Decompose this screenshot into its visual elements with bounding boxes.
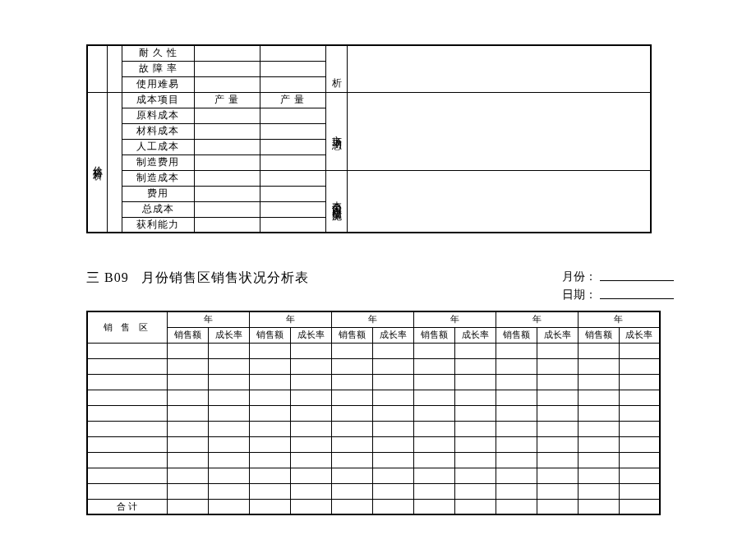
val-cell bbox=[260, 45, 325, 61]
sales-header: 销售额 bbox=[249, 327, 290, 343]
year-header-3: 年 bbox=[331, 311, 413, 327]
row-label: 使用难易 bbox=[122, 76, 194, 92]
cost-row-label: 人工成本 bbox=[122, 139, 194, 155]
price-analysis-label: 价格分析 bbox=[87, 92, 107, 233]
year-header-6: 年 bbox=[578, 311, 660, 327]
title-prefix: 三 B09 bbox=[86, 270, 129, 284]
cost-header-item: 成本项目 bbox=[122, 92, 194, 108]
title-row: 三 B09 月份销售区销售状况分析表 月份： 日期： bbox=[86, 270, 674, 287]
month-blank bbox=[600, 268, 674, 281]
cost-row-label: 材料成本 bbox=[122, 123, 194, 139]
row-label: 耐 久 性 bbox=[122, 45, 194, 61]
cost-row-label: 获利能力 bbox=[122, 217, 194, 233]
table-row bbox=[87, 452, 167, 468]
val-cell bbox=[260, 76, 325, 92]
year-header-2: 年 bbox=[249, 311, 331, 327]
table-row bbox=[87, 390, 167, 405]
table-row bbox=[87, 436, 167, 452]
blank-col bbox=[107, 92, 122, 233]
growth-header: 成长率 bbox=[537, 327, 578, 343]
table-row bbox=[87, 358, 167, 374]
sales-header: 销售额 bbox=[578, 327, 619, 343]
title-main: 月份销售区销售状况分析表 bbox=[141, 270, 309, 284]
sales-header: 销售额 bbox=[496, 327, 537, 343]
month-label: 月份： bbox=[562, 268, 597, 286]
top-left-vertical bbox=[87, 45, 107, 92]
region-header: 销 售 区 bbox=[87, 311, 167, 343]
val-cell bbox=[260, 61, 325, 76]
table-row bbox=[87, 483, 167, 499]
row-label: 故 障 率 bbox=[122, 61, 194, 76]
year-header-4: 年 bbox=[413, 311, 496, 327]
wide-cell bbox=[347, 45, 651, 92]
cost-row-label: 制造费用 bbox=[122, 155, 194, 170]
table-row bbox=[87, 405, 167, 421]
analysis-table-top: 耐 久 性 析 故 障 率 使用难易 价格分析 成本项目 产 量 产 量 市场动… bbox=[86, 44, 652, 233]
val-cell bbox=[194, 45, 260, 61]
sales-header: 销售额 bbox=[331, 327, 372, 343]
growth-header: 成长率 bbox=[372, 327, 413, 343]
val-cell bbox=[194, 61, 260, 76]
growth-header: 成长率 bbox=[290, 327, 331, 343]
sales-header: 销售额 bbox=[413, 327, 454, 343]
sales-header: 销售额 bbox=[167, 327, 208, 343]
mid-label-xi: 析 bbox=[325, 45, 347, 92]
date-label: 日期： bbox=[562, 286, 597, 304]
date-blank bbox=[600, 286, 674, 299]
cost-row-label: 总成本 bbox=[122, 201, 194, 217]
table-row bbox=[87, 421, 167, 436]
company-response-label: 本公司因应措施 bbox=[325, 170, 347, 233]
table-row bbox=[87, 374, 167, 390]
market-trends-label: 市场动态 bbox=[325, 92, 347, 170]
market-trends-cell bbox=[347, 92, 651, 170]
table-row bbox=[87, 468, 167, 483]
cost-row-label: 原料成本 bbox=[122, 108, 194, 123]
sales-region-table: 销 售 区 年 年 年 年 年 年 销售额 成长率 销售额 成长率 销售额 成长… bbox=[86, 311, 661, 515]
growth-header: 成长率 bbox=[208, 327, 249, 343]
total-label: 合 计 bbox=[87, 499, 167, 514]
table-row bbox=[87, 343, 167, 358]
growth-header: 成长率 bbox=[619, 327, 660, 343]
company-response-cell bbox=[347, 170, 651, 233]
cost-row-label: 费用 bbox=[122, 186, 194, 201]
year-header-1: 年 bbox=[167, 311, 249, 327]
year-header-5: 年 bbox=[496, 311, 578, 327]
cost-row-label: 制造成本 bbox=[122, 170, 194, 186]
cost-header-qty2: 产 量 bbox=[260, 92, 325, 108]
blank-col bbox=[107, 45, 122, 92]
cost-header-qty1: 产 量 bbox=[194, 92, 260, 108]
val-cell bbox=[194, 76, 260, 92]
growth-header: 成长率 bbox=[454, 327, 496, 343]
